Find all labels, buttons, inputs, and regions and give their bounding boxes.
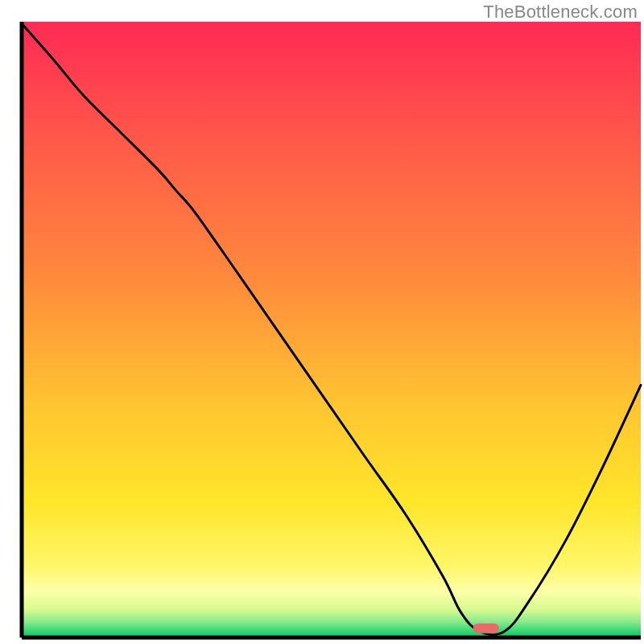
bottleneck-chart [0,0,644,644]
watermark-text: TheBottleneck.com [483,2,638,23]
optimum-marker [473,623,499,633]
chart-frame: TheBottleneck.com [0,0,644,644]
gradient-background [22,22,641,638]
